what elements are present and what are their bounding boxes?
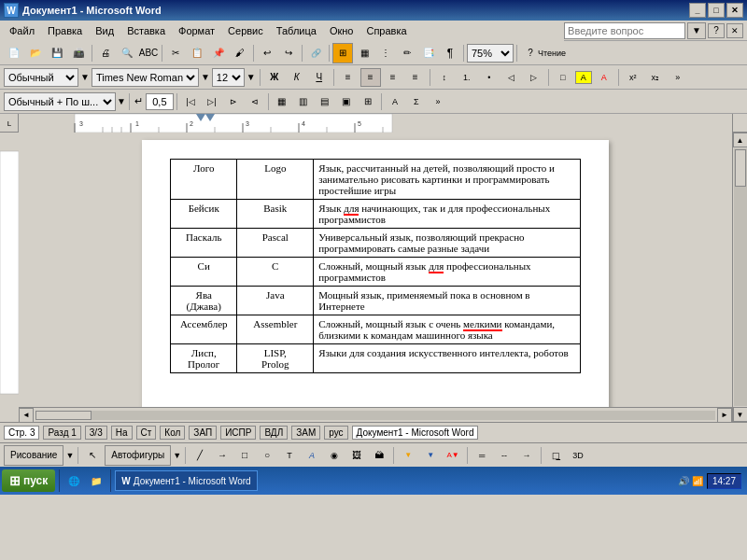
t2-btn11[interactable]: Σ (406, 91, 427, 112)
font-select[interactable]: Times New Roman (92, 68, 199, 87)
outside-border[interactable]: □ (553, 68, 573, 87)
h-scroll-left[interactable]: ◄ (19, 408, 34, 423)
arrow-tool[interactable]: ↖ (82, 445, 103, 466)
close-button[interactable]: ✕ (726, 3, 743, 18)
fill-color-btn[interactable]: ▼ (398, 445, 418, 466)
redo-button[interactable]: ↪ (278, 43, 299, 63)
diagram-tool[interactable]: ◉ (324, 445, 345, 466)
more-fmt[interactable]: » (668, 68, 688, 87)
t2-btn5[interactable]: ▦ (272, 91, 292, 112)
v-scrollbar[interactable]: ▲ ▼ (732, 133, 747, 422)
text-box-tool[interactable]: T (279, 445, 300, 466)
undo-button[interactable]: ↩ (257, 43, 277, 63)
paintbrush-button[interactable]: 🖌 (230, 43, 250, 63)
v-scroll-thumb[interactable] (735, 149, 746, 187)
start-button[interactable]: ⊞ пуск (2, 469, 55, 492)
zoom-select[interactable]: 75% (467, 44, 514, 63)
menu-insert[interactable]: Вставка (121, 23, 171, 38)
size-select[interactable]: 12 (212, 68, 245, 87)
t2-btn2[interactable]: ▷| (202, 91, 222, 112)
menu-window[interactable]: Окно (324, 23, 359, 38)
shadow-btn[interactable]: □̲ (545, 445, 566, 466)
decrease-indent[interactable]: ◁ (501, 68, 522, 87)
h-scroll-right[interactable]: ► (717, 408, 732, 423)
italic-button[interactable]: К (287, 68, 307, 87)
rect-tool[interactable]: □ (234, 445, 255, 466)
spellcheck-button[interactable]: ABC (138, 43, 159, 63)
paste-button[interactable]: 📌 (208, 43, 229, 63)
minimize-button[interactable]: _ (689, 3, 706, 18)
search-input[interactable] (564, 22, 685, 39)
style-select[interactable]: Обычный (4, 68, 78, 87)
autoshapes-btn[interactable]: Автофигуры (105, 445, 171, 466)
fax-button[interactable]: 📠 (68, 43, 89, 63)
wordart-tool[interactable]: A (302, 445, 322, 466)
menu-help[interactable]: Справка (360, 23, 412, 38)
bullets-btn[interactable]: • (479, 68, 500, 87)
docmap-button[interactable]: 📑 (418, 43, 439, 63)
quicklaunch-ie[interactable]: 🌐 (63, 470, 84, 491)
hyperlink-button[interactable]: 🔗 (305, 43, 326, 63)
line-spacing-btn[interactable]: ↕ (434, 68, 455, 87)
ruler-toggle[interactable]: L (0, 114, 19, 133)
t2-more[interactable]: » (428, 91, 448, 112)
maximize-button[interactable]: □ (708, 3, 725, 18)
v-scroll-down[interactable]: ▼ (733, 407, 748, 422)
clipart-tool[interactable]: 🖼 (346, 445, 367, 466)
align-justify[interactable]: ≡ (405, 68, 426, 87)
copy-button[interactable]: 📋 (187, 43, 207, 63)
menu-edit[interactable]: Правка (42, 23, 88, 38)
menu-file[interactable]: Файл (4, 23, 40, 38)
save-button[interactable]: 💾 (47, 43, 67, 63)
menu-table[interactable]: Таблица (271, 23, 322, 38)
t2-btn1[interactable]: |◁ (180, 91, 201, 112)
v-scroll-up[interactable]: ▲ (733, 133, 748, 147)
align-left[interactable]: ≡ (338, 68, 359, 87)
menu-service[interactable]: Сервис (222, 23, 269, 38)
draw-btn[interactable]: Рисование (4, 445, 63, 466)
align-right[interactable]: ≡ (383, 68, 403, 87)
arrow-style-btn[interactable]: → (516, 445, 537, 466)
t2-btn10[interactable]: A (385, 91, 405, 112)
font-color-btn[interactable]: A (594, 68, 614, 87)
show-hide-button[interactable]: ¶ (440, 43, 460, 63)
line-color-btn[interactable]: ▼ (420, 445, 441, 466)
3d-btn[interactable]: 3D (568, 445, 588, 466)
menu-view[interactable]: Вид (90, 23, 120, 38)
highlight-btn[interactable]: A (575, 71, 592, 84)
cut-button[interactable]: ✂ (165, 43, 186, 63)
align-center[interactable]: ≡ (360, 68, 381, 87)
font-color-btn2[interactable]: A▼ (443, 445, 463, 466)
subscript-btn[interactable]: x₂ (645, 68, 666, 87)
underline-button[interactable]: Ч (309, 68, 330, 87)
t2-btn6[interactable]: ▥ (293, 91, 314, 112)
superscript-btn[interactable]: x² (623, 68, 643, 87)
active-app-btn[interactable]: W Документ1 - Microsoft Word (115, 470, 257, 491)
drawing-button[interactable]: ✏ (397, 43, 417, 63)
new-button[interactable]: 📄 (4, 43, 24, 63)
reading-btn[interactable]: Чтение (542, 43, 562, 63)
table2-button[interactable]: ▦ (354, 43, 374, 63)
t2-btn3[interactable]: ⊳ (223, 91, 244, 112)
t2-btn7[interactable]: ▤ (315, 91, 335, 112)
dash-style-btn[interactable]: -- (494, 445, 514, 466)
increase-indent[interactable]: ▷ (524, 68, 544, 87)
bold-button[interactable]: Ж (264, 68, 285, 87)
numbering-btn[interactable]: 1. (457, 68, 477, 87)
h-scrollbar[interactable]: ◄ ► (19, 407, 732, 422)
menu-format[interactable]: Формат (173, 23, 220, 38)
search-button[interactable]: ▼ (687, 22, 706, 39)
help-button[interactable]: ? (708, 23, 725, 38)
window-controls[interactable]: _ □ ✕ (689, 3, 743, 18)
t2-btn9[interactable]: ⊞ (358, 91, 378, 112)
indent-input[interactable] (146, 93, 174, 110)
t2-btn4[interactable]: ⊲ (245, 91, 265, 112)
oval-tool[interactable]: ○ (257, 445, 277, 466)
preview-button[interactable]: 🔍 (117, 43, 137, 63)
line-style-btn[interactable]: ═ (472, 445, 492, 466)
quicklaunch-explorer[interactable]: 📁 (86, 470, 106, 491)
open-button[interactable]: 📂 (25, 43, 46, 63)
style2-select[interactable]: Обычный + По ш... (4, 92, 116, 111)
close-search[interactable]: ✕ (726, 23, 743, 38)
table-button[interactable]: ⊞ (332, 43, 353, 63)
